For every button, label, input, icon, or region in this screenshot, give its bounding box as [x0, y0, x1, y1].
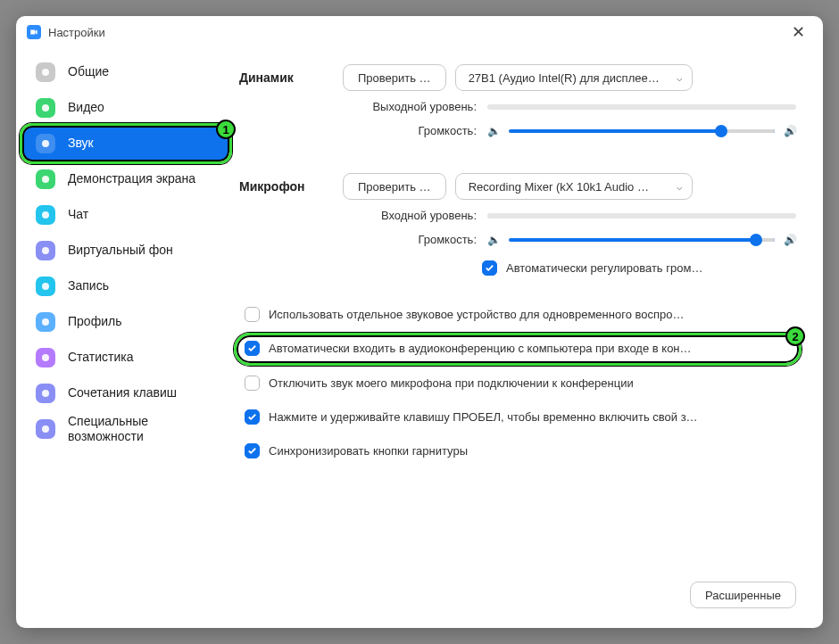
option-checkbox-1[interactable]: [245, 341, 260, 356]
volume-low-icon: 🔈: [487, 234, 500, 246]
background-icon: [36, 241, 55, 260]
svg-point-8: [42, 354, 49, 361]
advanced-button[interactable]: Расширенные: [690, 582, 796, 608]
option-label: Нажмите и удерживайте клавишу ПРОБЕЛ, чт…: [269, 409, 791, 425]
option-checkbox-3[interactable]: [245, 409, 260, 425]
sidebar-item-6[interactable]: Запись: [23, 269, 228, 303]
sidebar-item-label: Сочетания клавиш: [68, 385, 177, 401]
sidebar-item-label: Чат: [68, 207, 88, 223]
accessibility-icon: [36, 419, 55, 439]
sidebar-item-5[interactable]: Виртуальный фон: [23, 234, 228, 268]
speaker-volume-label: Громкость:: [343, 124, 477, 137]
speaker-volume-slider[interactable]: [509, 129, 775, 133]
speaker-output-level-bar: [487, 104, 796, 110]
option-checkbox-0[interactable]: [245, 307, 260, 322]
microphone-input-level-label: Входной уровень:: [343, 209, 477, 222]
svg-point-10: [42, 425, 49, 433]
sidebar-item-label: Демонстрация экрана: [68, 171, 195, 187]
option-label: Синхронизировать кнопки гарнитуры: [269, 443, 791, 459]
svg-point-3: [42, 176, 49, 183]
chevron-down-icon: ⌵: [677, 72, 683, 84]
volume-low-icon: 🔈: [487, 125, 500, 137]
option-label: Автоматически входить в аудиоконференцию…: [269, 341, 791, 357]
option-label: Использовать отдельное звуковое устройст…: [269, 307, 791, 323]
sidebar-item-2[interactable]: Звук1: [23, 127, 228, 161]
keyboard-icon: [36, 384, 55, 403]
option-checkbox-2[interactable]: [245, 376, 260, 391]
option-label: Отключить звук моего микрофона при подкл…: [269, 376, 791, 392]
option-checkbox-4[interactable]: [245, 443, 260, 458]
microphone-input-level-bar: [487, 213, 796, 219]
headphones-icon: [36, 134, 55, 153]
microphone-section-label: Микрофон: [239, 179, 343, 194]
svg-point-7: [42, 318, 49, 326]
sidebar: ОбщиеВидеоЗвук1Демонстрация экранаЧатВир…: [16, 48, 228, 628]
microphone-device-value: Recording Mixer (kX 10k1 Audio …: [469, 180, 649, 194]
annotation-marker-2: 2: [785, 326, 805, 346]
microphone-volume-label: Громкость:: [343, 233, 477, 246]
camera-icon: [36, 98, 55, 118]
sidebar-item-label: Статистика: [68, 350, 134, 366]
content-pane: Динамик Проверить … 27B1 (Аудио Intel(R)…: [228, 48, 823, 628]
gear-icon: [36, 62, 55, 82]
sidebar-item-10[interactable]: Специальные возможности: [23, 412, 228, 446]
option-row-3: Нажмите и удерживайте клавишу ПРОБЕЛ, чт…: [239, 406, 796, 429]
sidebar-item-4[interactable]: Чат: [23, 198, 228, 232]
auto-adjust-label: Автоматически регулировать гром…: [506, 260, 791, 277]
option-row-0: Использовать отдельное звуковое устройст…: [239, 303, 796, 326]
speaker-device-value: 27B1 (Аудио Intel(R) для дисплее…: [469, 71, 660, 85]
app-icon: [27, 25, 41, 39]
svg-point-5: [42, 247, 49, 254]
svg-point-4: [42, 211, 49, 219]
sidebar-item-label: Видео: [68, 100, 104, 116]
microphone-volume-slider[interactable]: [509, 238, 775, 242]
option-row-1: Автоматически входить в аудиоконференцию…: [239, 337, 796, 360]
option-row-4: Синхронизировать кнопки гарнитуры: [239, 440, 796, 463]
microphone-device-select[interactable]: Recording Mixer (kX 10k1 Audio … ⌵: [455, 173, 693, 200]
sidebar-item-label: Виртуальный фон: [68, 243, 173, 259]
sidebar-item-7[interactable]: Профиль: [23, 305, 228, 339]
stats-icon: [36, 348, 55, 367]
svg-point-2: [42, 140, 49, 147]
sidebar-item-label: Запись: [68, 278, 109, 294]
chat-icon: [36, 205, 55, 225]
option-row-2: Отключить звук моего микрофона при подкл…: [239, 372, 796, 395]
speaker-device-select[interactable]: 27B1 (Аудио Intel(R) для дисплее… ⌵: [455, 64, 693, 91]
profile-icon: [36, 312, 55, 332]
window-title: Настройки: [48, 26, 105, 39]
auto-adjust-checkbox[interactable]: [482, 260, 497, 276]
settings-window: Настройки ✕ ОбщиеВидеоЗвук1Демонстрация …: [16, 16, 823, 628]
speaker-output-level-label: Выходной уровень:: [343, 100, 477, 113]
sidebar-item-3[interactable]: Демонстрация экрана: [23, 162, 228, 196]
sidebar-item-8[interactable]: Статистика: [23, 341, 228, 375]
sidebar-item-9[interactable]: Сочетания клавиш: [23, 376, 228, 410]
sidebar-item-label: Специальные возможности: [68, 414, 216, 445]
annotation-marker-1: 1: [216, 120, 236, 139]
sidebar-item-label: Звук: [68, 136, 94, 152]
svg-point-0: [42, 69, 49, 76]
close-icon[interactable]: ✕: [785, 19, 812, 45]
volume-high-icon: 🔊: [784, 234, 796, 246]
svg-point-1: [42, 104, 49, 111]
sidebar-item-1[interactable]: Видео: [23, 91, 228, 125]
sidebar-item-label: Общие: [68, 64, 109, 80]
microphone-test-button[interactable]: Проверить …: [343, 173, 446, 200]
chevron-down-icon: ⌵: [677, 181, 683, 193]
speaker-test-button[interactable]: Проверить …: [343, 64, 446, 91]
sidebar-item-0[interactable]: Общие: [23, 55, 228, 89]
titlebar: Настройки ✕: [16, 16, 823, 48]
svg-point-6: [42, 283, 49, 290]
share-icon: [36, 169, 55, 189]
speaker-section-label: Динамик: [239, 70, 343, 85]
volume-high-icon: 🔊: [784, 125, 796, 137]
sidebar-item-label: Профиль: [68, 314, 121, 330]
svg-point-9: [42, 390, 49, 397]
record-icon: [36, 277, 55, 296]
